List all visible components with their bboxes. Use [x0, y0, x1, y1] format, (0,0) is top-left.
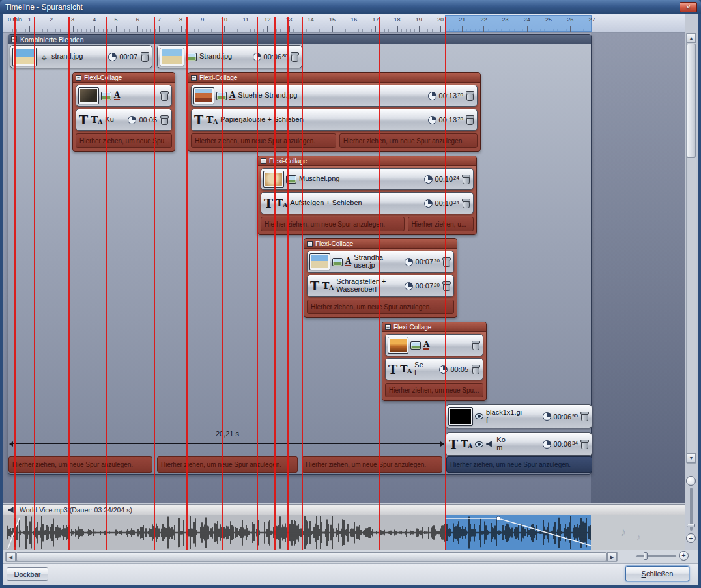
- new-track-dropzone[interactable]: Hierher ziehen, um neue Spur anzulegen.: [339, 133, 478, 148]
- collage-text-clip[interactable]: T TA Sei 00:05: [385, 358, 483, 380]
- clock-icon: [439, 365, 448, 374]
- collage-image-clip[interactable]: A Stuehle-Strand.jpg 00:1370: [191, 85, 478, 107]
- collapse-group-icon[interactable]: −: [11, 36, 17, 42]
- timeline-canvas[interactable]: − Kombinierte Blenden ↔↕ strand.jpg 00:0…: [3, 33, 685, 503]
- clock-icon: [405, 282, 413, 290]
- new-track-dropzone[interactable]: Hierher ziehen, um neue Spur anzulegen.: [302, 456, 442, 473]
- window-frame-right: [698, 14, 701, 588]
- ruler-tick-mark: [506, 26, 506, 32]
- audio-waveform[interactable]: ♪ ♪: [3, 515, 685, 550]
- zoom-in-button[interactable]: +: [686, 533, 696, 543]
- collapse-collage-icon[interactable]: −: [385, 324, 391, 330]
- flexi-collage-2[interactable]: − Flexi-Collage A Stuehle-Strand.jpg 00:…: [188, 72, 481, 152]
- new-track-dropzone[interactable]: Hierher ziehen, um neue Spur anzulegen.: [191, 133, 336, 148]
- flexi-collage-header[interactable]: − Flexi-Collage: [304, 239, 457, 249]
- ruler-tick-mark: [354, 26, 354, 32]
- trash-icon[interactable]: [472, 341, 480, 350]
- flexi-collage-3[interactable]: − Flexi-Collage Muschel.png 00:1024 T TA…: [257, 156, 477, 235]
- collage-text-clip[interactable]: T TA Schrägstellen + Wasseroberf 00:0720: [307, 275, 454, 297]
- group-header[interactable]: − Kombinierte Blenden: [8, 35, 591, 44]
- collage-image-clip[interactable]: A: [76, 85, 172, 107]
- font-effect-icon: A: [423, 341, 429, 350]
- trash-icon[interactable]: [466, 115, 474, 125]
- scroll-left-button[interactable]: ◀: [6, 552, 16, 561]
- zoom-out-button[interactable]: −: [686, 476, 696, 486]
- trash-icon[interactable]: [466, 91, 474, 101]
- ruler-tick-mark: [397, 26, 398, 32]
- vertical-scroll-thumb[interactable]: [687, 44, 696, 158]
- flexi-collage-4[interactable]: − Flexi-Collage A Strandhäuser.jp 00:072…: [304, 238, 457, 318]
- flexi-collage-1[interactable]: − Flexi-Collage A T TA Ku 00:05 Hierher …: [72, 72, 175, 152]
- new-track-dropzone-selected[interactable]: Hierher ziehen, um neue Spur anzulegen.: [446, 456, 592, 473]
- ruler-tick-label: 22: [480, 16, 487, 23]
- collage-image-clip[interactable]: Muschel.png 00:1024: [261, 168, 474, 190]
- horizontal-scroll-thumb[interactable]: [16, 552, 607, 561]
- trash-icon[interactable]: [291, 52, 299, 62]
- collapse-collage-icon[interactable]: −: [307, 241, 313, 247]
- schliessen-button[interactable]: Schließen: [625, 566, 689, 581]
- title-bar[interactable]: Timeline - Spuransicht ✕: [0, 0, 701, 14]
- collage-image-clip[interactable]: A Strandhäuser.jp 00:0720: [307, 251, 454, 273]
- new-track-dropzone[interactable]: Hierher ziehen, um neue Spur anzulegen.: [157, 456, 298, 473]
- scroll-up-button[interactable]: ▲: [687, 33, 696, 43]
- trash-icon[interactable]: [580, 440, 589, 449]
- clip-strand2[interactable]: Strand.jpg 00:0680: [157, 45, 302, 68]
- horizontal-scrollbar[interactable]: ◀ ▶: [5, 552, 618, 562]
- scroll-right-button[interactable]: ▶: [607, 552, 617, 561]
- clip-name: Sei: [414, 361, 423, 376]
- clip-duration: 00:10: [435, 199, 453, 207]
- new-track-dropzone[interactable]: Hierher ziehen, um neue Spur anzulegen.: [8, 456, 152, 473]
- new-track-dropzone[interactable]: Hierher ziehen, u...: [408, 217, 474, 231]
- clip-black1x1[interactable]: black1x1.gif 00:0695: [446, 404, 592, 428]
- trash-icon[interactable]: [442, 281, 451, 291]
- new-track-dropzone[interactable]: Hierher ziehen, um neue Spur anzulegen.: [261, 217, 405, 231]
- scroll-down-button[interactable]: ▼: [687, 453, 696, 463]
- new-track-dropzone[interactable]: Hierher ziehen, um neue Spu...: [76, 133, 172, 148]
- ruler-tick-mark: [224, 26, 225, 32]
- trash-icon[interactable]: [462, 175, 470, 184]
- horizontal-zoom-slider[interactable]: [636, 555, 676, 557]
- trash-icon[interactable]: [141, 52, 149, 62]
- collapse-collage-icon[interactable]: −: [261, 158, 266, 164]
- collage-text-clip[interactable]: T TA Ku 00:05: [76, 109, 172, 131]
- horizontal-zoom-thumb[interactable]: [644, 552, 648, 560]
- collapse-collage-icon[interactable]: −: [191, 75, 197, 81]
- ruler-tick-mark: [570, 26, 571, 32]
- flexi-collage-header[interactable]: − Flexi-Collage: [73, 73, 175, 83]
- close-window-button[interactable]: ✕: [680, 2, 697, 12]
- trash-icon[interactable]: [160, 91, 169, 101]
- ruler-tick-mark: [592, 26, 592, 32]
- vertical-zoom-thumb[interactable]: [687, 524, 695, 527]
- trash-icon[interactable]: [442, 257, 451, 267]
- audio-track-header[interactable]: World Vice.mp3 (Dauer: 03:24/204 s): [3, 504, 685, 515]
- flexi-collage-header[interactable]: − Flexi-Collage: [258, 156, 476, 166]
- collapse-collage-icon[interactable]: −: [76, 75, 81, 81]
- collage-text-clip[interactable]: T TA Papierjalousie + Schieben 00:1370: [191, 109, 478, 131]
- zoom-in-horizontal-button[interactable]: +: [679, 551, 689, 561]
- dockbar-button[interactable]: Dockbar: [7, 567, 48, 581]
- envelope-node[interactable]: [496, 516, 500, 520]
- time-ruler[interactable]: 0 min 1234567891011121314151617181920212…: [3, 14, 685, 33]
- new-track-dropzone[interactable]: Hierher ziehen, um neue Spur anzulegen.: [307, 300, 454, 314]
- flexi-collage-5[interactable]: − Flexi-Collage A T TA Sei 00:05 Hierher…: [382, 322, 487, 401]
- trash-icon[interactable]: [160, 115, 169, 125]
- clip-comment-text[interactable]: T TA Kom 00:0634: [446, 432, 592, 456]
- clip-strand[interactable]: ↔↕ strand.jpg 00:07: [10, 45, 152, 68]
- new-track-dropzone[interactable]: Hierher ziehen, um neue Spu...: [385, 383, 483, 397]
- trash-icon[interactable]: [472, 365, 480, 374]
- collage-text-clip[interactable]: T TA Aufsteigen + Schieben 00:1024: [261, 192, 474, 214]
- flexi-collage-header[interactable]: − Flexi-Collage: [188, 73, 480, 83]
- collage-image-clip[interactable]: A: [385, 334, 483, 356]
- ruler-tick-label: 23: [502, 16, 509, 23]
- ruler-tick-label: 4: [93, 16, 96, 23]
- ruler-tick-mark: [51, 26, 51, 32]
- clip-name: Stuehle-Strand.jpg: [238, 92, 297, 100]
- collage-title: Flexi-Collage: [269, 158, 307, 165]
- vertical-scrollbar[interactable]: ▲ ▼: [686, 33, 696, 464]
- ruler-tick-mark: [203, 26, 203, 32]
- speaker-icon: [486, 441, 494, 448]
- ruler-tick-label: 27: [588, 16, 595, 23]
- flexi-collage-header[interactable]: − Flexi-Collage: [382, 322, 486, 332]
- trash-icon[interactable]: [462, 199, 470, 208]
- trash-icon[interactable]: [580, 412, 589, 421]
